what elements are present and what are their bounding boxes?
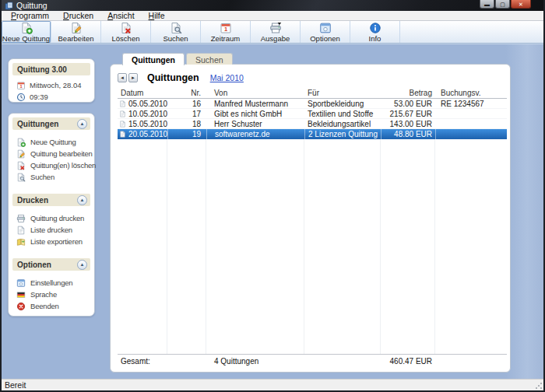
menu-programm[interactable]: Programm xyxy=(4,11,56,21)
current-time-row: 09:39 xyxy=(9,91,94,103)
toolbar-bearbeiten-button[interactable]: Bearbeiten xyxy=(51,21,101,43)
section-header-drucken: Drucken▲ xyxy=(12,194,90,206)
new-receipt-icon xyxy=(16,138,26,147)
cell-fuer: Sportbekleidung xyxy=(304,99,381,108)
current-time: 09:39 xyxy=(30,93,48,101)
clock-icon xyxy=(16,93,26,102)
sidebar-item-quittung-en-löschen[interactable]: Quittung(en) löschen xyxy=(9,159,94,171)
menu-drucken[interactable]: Drucken xyxy=(56,11,100,21)
print-output-icon xyxy=(269,22,282,34)
toolbar-optionen-button[interactable]: Optionen xyxy=(301,21,350,43)
menu-ansicht[interactable]: Ansicht xyxy=(100,11,141,21)
column-header-für[interactable]: Für xyxy=(304,88,381,98)
doc-icon xyxy=(119,100,126,107)
table-footer: Gesamt: 4 Quittungen 460.47 EUR xyxy=(118,354,507,368)
cell-buchungsv xyxy=(435,109,507,118)
title-bar[interactable]: Quittung ▬ ▢ ✕ xyxy=(2,0,543,11)
toolbar-ausgabe-button[interactable]: Ausgabe xyxy=(251,21,301,43)
column-header-betrag[interactable]: Betrag xyxy=(381,88,435,98)
doc-icon xyxy=(119,121,126,128)
sidebar-item-liste-exportieren[interactable]: Liste exportieren xyxy=(9,236,94,247)
tab-quittungen[interactable]: Quittungen xyxy=(122,53,185,65)
period-link[interactable]: Mai 2010 xyxy=(210,73,244,82)
collapse-icon[interactable]: ▲ xyxy=(77,195,87,205)
info-icon xyxy=(369,22,382,34)
status-text: Bereit xyxy=(5,380,26,390)
receipts-table: DatumNr.VonFürBetragBuchungsv. 05.05.201… xyxy=(118,88,507,368)
section-header-quittungen: Quittungen▲ xyxy=(12,117,90,130)
toolbar-löschen-button[interactable]: Löschen xyxy=(101,21,151,43)
edit-receipt-icon xyxy=(16,149,26,159)
toolbar-info-button[interactable]: Info xyxy=(350,21,400,43)
toolbar-zeitraum-button[interactable]: 1Zeitraum xyxy=(201,21,251,43)
cell-fuer: Textilien und Stoffe xyxy=(304,109,381,118)
window-controls: ▬ ▢ ✕ xyxy=(480,0,531,9)
app-version-label: Quittung 3.00 xyxy=(17,65,67,74)
cell-datum: 20.05.2010 xyxy=(118,129,167,139)
content-area: Quittung 3.00 1 Mittwoch, 28.04 09:39 Qu… xyxy=(2,44,543,379)
tab-bar: QuittungenSuchen xyxy=(122,53,233,65)
menu-bar: ProgrammDruckenAnsichtHilfe xyxy=(2,11,543,21)
minimize-button[interactable]: ▬ xyxy=(480,0,494,9)
sidebar-item-quittung-bearbeiten[interactable]: Quittung bearbeiten xyxy=(9,148,94,159)
cell-betrag: 215.67 EUR xyxy=(381,109,435,118)
cell-nr: 19 xyxy=(167,129,206,139)
collapse-icon[interactable]: ▲ xyxy=(77,260,87,270)
cell-von: Manfred Mustermann xyxy=(206,99,304,108)
sidebar-item-suchen[interactable]: Suchen xyxy=(9,171,94,183)
panel-heading: Quittungen xyxy=(147,72,199,83)
resize-grip[interactable] xyxy=(534,381,543,390)
sidebar-item-beenden[interactable]: Beenden xyxy=(9,300,94,312)
options-window-icon xyxy=(319,22,332,34)
maximize-button[interactable]: ▢ xyxy=(495,0,510,9)
column-header-buchungsv[interactable]: Buchungsv. xyxy=(435,88,507,98)
cell-datum: 15.05.2010 xyxy=(118,119,167,128)
edit-receipt-icon xyxy=(70,22,83,34)
main-panel: ◄ ► Quittungen Mai 2010 DatumNr.VonFürBe… xyxy=(110,64,511,373)
column-header-nr[interactable]: Nr. xyxy=(167,88,206,98)
cell-betrag: 48.80 EUR xyxy=(381,129,435,139)
prev-month-button[interactable]: ◄ xyxy=(118,73,127,82)
table-row[interactable]: 05.05.201016Manfred MustermannSportbekle… xyxy=(118,99,507,109)
cell-nr: 18 xyxy=(167,119,206,128)
german-flag-icon xyxy=(16,290,26,299)
status-bar: Bereit xyxy=(2,379,543,390)
sidebar-item-neue-quittung[interactable]: Neue Quittung xyxy=(9,136,94,148)
page-icon xyxy=(16,226,26,235)
period-navigation: ◄ ► Quittungen Mai 2010 xyxy=(118,72,244,83)
next-month-button[interactable]: ► xyxy=(128,73,138,82)
cell-von: softwarenetz.de xyxy=(206,129,304,139)
sidebar-item-sprache[interactable]: Sprache xyxy=(9,289,94,300)
footer-receipt-count: 4 Quittungen xyxy=(206,357,304,366)
cell-von: Gibt es nicht GmbH xyxy=(206,109,304,118)
menu-hilfe[interactable]: Hilfe xyxy=(142,11,172,21)
tab-suchen[interactable]: Suchen xyxy=(186,53,233,65)
footer-total-label: Gesamt: xyxy=(118,357,167,366)
cell-nr: 16 xyxy=(167,99,206,108)
search-receipt-icon xyxy=(16,173,26,182)
cell-betrag: 143.00 EUR xyxy=(381,119,435,128)
cell-buchungsv xyxy=(435,119,507,128)
column-header-datum[interactable]: Datum xyxy=(118,88,167,98)
cell-buchungsv: RE 1234567 xyxy=(435,99,507,108)
table-row[interactable]: 10.05.201017Gibt es nicht GmbHTextilien … xyxy=(118,109,507,119)
search-receipt-icon xyxy=(170,22,182,34)
app-icon xyxy=(5,2,13,10)
collapse-icon[interactable]: ▲ xyxy=(77,119,87,129)
doc-icon xyxy=(119,131,126,138)
cell-fuer: Bekleidungsartikel xyxy=(304,119,381,128)
table-filler xyxy=(118,139,507,354)
sidebar-item-liste-drucken[interactable]: Liste drucken xyxy=(9,224,94,236)
sidebar-info-box: Quittung 3.00 1 Mittwoch, 28.04 09:39 xyxy=(8,58,95,103)
sidebar-item-einstellungen[interactable]: Einstellungen xyxy=(9,277,94,289)
delete-receipt-icon xyxy=(16,161,26,170)
svg-text:1: 1 xyxy=(19,84,22,89)
close-button[interactable]: ✕ xyxy=(511,0,531,9)
column-header-von[interactable]: Von xyxy=(206,88,304,98)
table-row[interactable]: 20.05.201019softwarenetz.de2 Lizenzen Qu… xyxy=(118,129,507,139)
sidebar-item-quittung-drucken[interactable]: Quittung drucken xyxy=(9,212,94,224)
table-row[interactable]: 15.05.201018Herr SchusterBekleidungsarti… xyxy=(118,119,507,129)
toolbar-neue-quittung-button[interactable]: Neue Quittung xyxy=(2,21,51,43)
cell-betrag: 53.00 EUR xyxy=(381,99,435,108)
toolbar-suchen-button[interactable]: Suchen xyxy=(151,21,201,43)
